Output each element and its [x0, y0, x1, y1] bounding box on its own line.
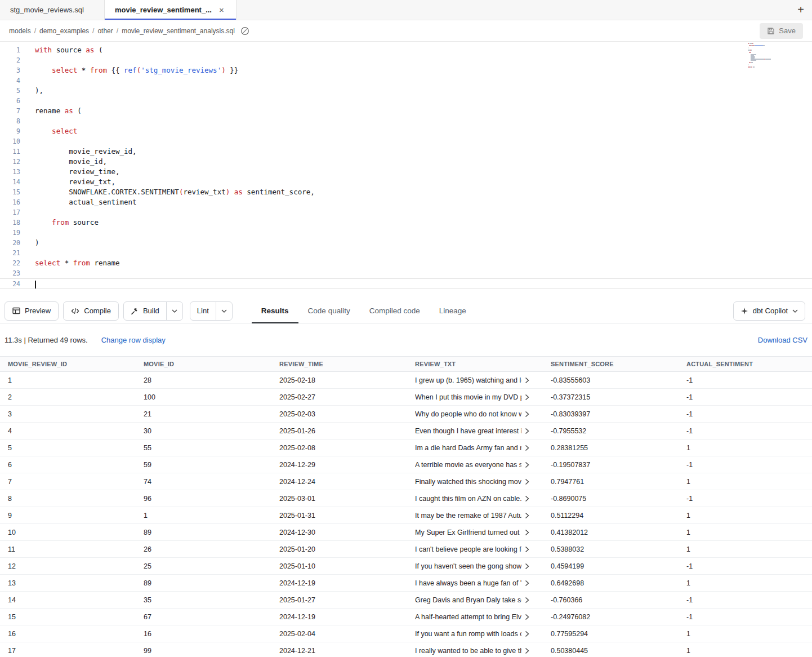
file-action-icon[interactable] — [240, 26, 249, 35]
expand-cell-icon[interactable] — [525, 647, 529, 654]
breadcrumb-item[interactable]: other — [97, 27, 113, 35]
expand-cell-icon[interactable] — [525, 546, 529, 553]
results-tab-results[interactable]: Results — [252, 299, 298, 323]
line-number: 7 — [0, 106, 20, 116]
code-line[interactable]: 9 select — [0, 126, 812, 136]
cell: 96 — [136, 495, 271, 503]
column-header[interactable]: ACTUAL_SENTIMENT — [679, 361, 812, 367]
code-text: select * from {{ ref('stg_movie_reviews'… — [35, 65, 238, 76]
code-line[interactable]: 13 review_time, — [0, 167, 812, 177]
preview-button[interactable]: Preview — [5, 301, 59, 321]
line-number: 17 — [0, 207, 20, 217]
lint-dropdown[interactable] — [216, 302, 232, 320]
expand-cell-icon[interactable] — [525, 394, 529, 401]
code-line[interactable]: 10 — [0, 136, 812, 147]
review-text: A half-hearted attempt to bring Elvis P… — [415, 613, 521, 621]
expand-cell-icon[interactable] — [525, 377, 529, 384]
expand-cell-icon[interactable] — [525, 478, 529, 485]
expand-cell-icon[interactable] — [525, 495, 529, 502]
review-text: If you want a fun romp with loads of s… — [415, 630, 521, 638]
cell: 2025-01-27 — [271, 596, 407, 604]
code-line[interactable]: 8 — [0, 116, 812, 126]
expand-cell-icon[interactable] — [525, 461, 529, 468]
column-header[interactable]: SENTIMENT_SCORE — [543, 361, 679, 367]
query-status: 11.3s | Returned 49 rows. — [5, 336, 88, 344]
cell: 30 — [136, 427, 271, 435]
breadcrumb-item[interactable]: demo_examples — [39, 27, 89, 35]
code-line[interactable]: 24 — [0, 278, 812, 289]
code-line[interactable]: 12 movie_id, — [0, 157, 812, 167]
review-text: Im a die hard Dads Army fan and nothi… — [415, 444, 521, 452]
build-dropdown[interactable] — [166, 302, 182, 320]
code-editor[interactable]: 1with source as (23 select * from {{ ref… — [0, 42, 812, 299]
editor-toolbar: Preview Compile Build Lint — [0, 299, 812, 323]
cell: 1 — [679, 512, 812, 520]
expand-cell-icon[interactable] — [525, 529, 529, 536]
cell: 0.5112294 — [543, 512, 679, 520]
cell: 2025-02-04 — [271, 630, 407, 638]
close-tab-icon[interactable]: × — [217, 5, 226, 15]
download-csv-link[interactable]: Download CSV — [758, 336, 807, 344]
code-line[interactable]: 23 — [0, 268, 812, 278]
cell: 1 — [679, 478, 812, 486]
dbt-copilot-button[interactable]: dbt Copilot — [733, 301, 805, 321]
results-tab-lineage[interactable]: Lineage — [430, 299, 476, 323]
expand-cell-icon[interactable] — [525, 631, 529, 637]
file-tab-stg-movie-reviews[interactable]: stg_movie_reviews.sql — [0, 0, 105, 20]
build-button[interactable]: Build — [124, 302, 166, 320]
code-line[interactable]: 6 — [0, 96, 812, 106]
code-line[interactable]: 21 — [0, 248, 812, 258]
compile-button[interactable]: Compile — [63, 301, 119, 321]
cell: 2025-02-03 — [271, 410, 407, 418]
code-line[interactable]: 15 SNOWFLAKE.CORTEX.SENTIMENT(review_txt… — [0, 187, 812, 197]
cell: -0.37372315 — [543, 393, 679, 401]
code-line[interactable]: 17 — [0, 207, 812, 217]
lint-button-group: Lint — [190, 301, 233, 321]
save-button[interactable]: Save — [760, 23, 803, 39]
column-header[interactable]: MOVIE_REVIEW_ID — [0, 361, 136, 367]
column-header[interactable]: MOVIE_ID — [136, 361, 271, 367]
cell: -0.83039397 — [543, 410, 679, 418]
hammer-icon — [131, 307, 139, 315]
cell: 8 — [0, 495, 136, 503]
lint-button[interactable]: Lint — [190, 302, 216, 320]
code-line[interactable]: 11 movie_review_id, — [0, 147, 812, 157]
breadcrumb-item[interactable]: movie_review_sentiment_analysis.sql — [122, 27, 235, 35]
new-tab-button[interactable]: + — [789, 0, 812, 20]
expand-cell-icon[interactable] — [525, 512, 529, 519]
table-row: 15672024-12-19A half-hearted attempt to … — [0, 609, 812, 625]
code-line[interactable]: 3 select * from {{ ref('stg_movie_review… — [0, 65, 812, 76]
expand-cell-icon[interactable] — [525, 597, 529, 603]
code-line[interactable]: 7rename as ( — [0, 106, 812, 116]
code-line[interactable]: 4 — [0, 76, 812, 86]
line-number: 23 — [0, 268, 20, 278]
code-line[interactable]: 20) — [0, 238, 812, 248]
code-line[interactable]: 1with source as ( — [0, 45, 812, 55]
minimap[interactable] — [748, 43, 788, 70]
code-line[interactable]: 2 — [0, 55, 812, 65]
file-tab-label: stg_movie_reviews.sql — [10, 6, 84, 14]
expand-cell-icon[interactable] — [525, 411, 529, 418]
results-tab-compiled-code[interactable]: Compiled code — [360, 299, 430, 323]
code-line[interactable]: 5), — [0, 86, 812, 96]
save-icon — [767, 27, 775, 35]
line-number: 20 — [0, 238, 20, 248]
column-header[interactable]: REVIEW_TXT — [407, 361, 543, 367]
code-line[interactable]: 22select * from rename — [0, 258, 812, 268]
file-tab-movie-review-sentiment[interactable]: movie_review_sentiment_... × — [105, 0, 237, 20]
code-line[interactable]: 19 — [0, 228, 812, 238]
expand-cell-icon[interactable] — [525, 614, 529, 620]
line-number: 10 — [0, 136, 20, 147]
expand-cell-icon[interactable] — [525, 445, 529, 451]
code-line[interactable]: 18 from source — [0, 217, 812, 228]
table-row: 1282025-02-18I grew up (b. 1965) watchin… — [0, 372, 812, 389]
breadcrumb-item[interactable]: models — [9, 27, 31, 35]
column-header[interactable]: REVIEW_TIME — [271, 361, 407, 367]
code-line[interactable]: 14 review_txt, — [0, 177, 812, 187]
expand-cell-icon[interactable] — [525, 580, 529, 587]
results-tab-code-quality[interactable]: Code quality — [298, 299, 360, 323]
expand-cell-icon[interactable] — [525, 428, 529, 434]
code-line[interactable]: 16 actual_sentiment — [0, 197, 812, 207]
expand-cell-icon[interactable] — [525, 563, 529, 570]
change-row-display-link[interactable]: Change row display — [101, 336, 166, 344]
